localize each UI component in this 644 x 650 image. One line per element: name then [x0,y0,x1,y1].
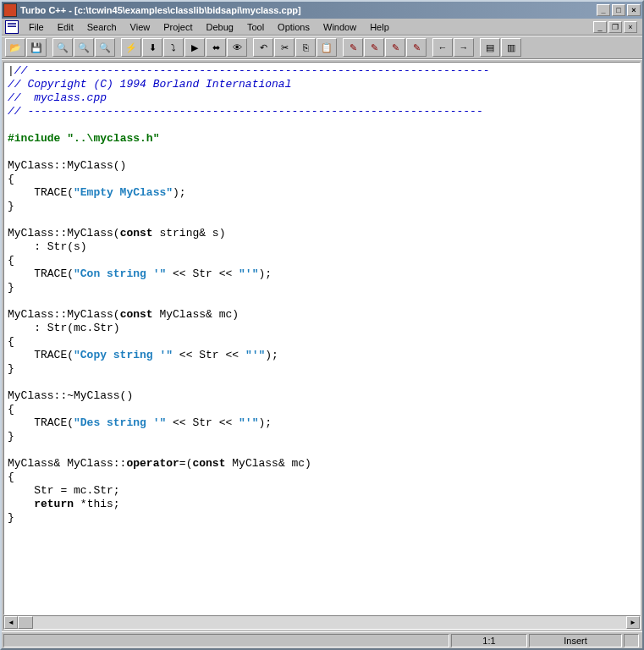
find-button[interactable]: 🔍 [52,38,73,57]
menubar: File Edit Search View Project Debug Tool… [2,19,642,36]
code-text: ); [265,349,278,361]
code-line: } [8,281,14,294]
menu-file[interactable]: File [22,20,51,34]
scroll-left-button[interactable]: ◄ [4,616,18,629]
toggle-bp-button[interactable]: ⬌ [206,38,226,57]
code-string: "Empty MyClass" [74,186,173,199]
code-string: "Con string '" [74,267,166,280]
code-text: << Str << [166,416,239,429]
code-line: // -------------------------------------… [14,64,490,77]
code-text: *this; [74,498,120,510]
app-icon [3,3,17,17]
run-button[interactable]: ⚡ [121,38,141,57]
code-line: MyClass::~MyClass() [8,389,133,402]
titlebar[interactable]: Turbo C++ - [c:\tcwin45\examples\classli… [2,2,642,19]
code-line: { [8,254,14,267]
rebuild-button[interactable]: ✎ [406,38,427,57]
code-line: } [8,511,14,524]
scroll-track[interactable] [33,616,626,629]
code-line: } [8,362,14,375]
arrow-right-button[interactable]: → [454,38,474,57]
trace-into-button[interactable]: ⤵ [163,38,184,57]
code-line: { [8,335,14,348]
code-text: ); [173,186,186,199]
menu-window[interactable]: Window [316,20,363,34]
code-kw: return [34,498,74,510]
code-editor[interactable]: |// ------------------------------------… [3,62,641,615]
code-line: : Str(s) [8,240,87,253]
code-line: #include [8,132,67,145]
code-string: "Copy string '" [74,349,173,361]
code-line: } [8,430,14,443]
watch-button[interactable]: 👁 [227,38,247,57]
code-line: TRACE( [8,267,74,280]
child-minimize-button[interactable]: _ [593,21,607,33]
doc-icon[interactable] [5,20,19,34]
h-scrollbar[interactable]: ◄ ► [3,615,641,630]
code-line: TRACE( [8,186,74,199]
tile-v-button[interactable]: ▥ [501,38,521,57]
maximize-button[interactable]: □ [612,4,625,16]
code-text: ); [258,416,272,429]
code-line: MyClass::MyClass( [8,227,120,240]
menu-help[interactable]: Help [363,20,396,34]
tile-h-button[interactable]: ▤ [480,38,500,57]
code-string: "'" [245,349,265,361]
menu-project[interactable]: Project [157,20,199,34]
undo-button[interactable]: ↶ [253,38,273,57]
statusbar: 1:1 Insert [2,631,642,648]
code-string: "..\myclass.h" [67,132,159,145]
code-line: // Copyright (C) 1994 Borland Internatio… [8,78,291,91]
code-text: << Str << [166,267,239,280]
status-message [3,634,449,647]
code-kw: const [192,457,225,470]
code-string: "'" [239,416,258,429]
code-string: "Des string '" [74,416,166,429]
paste-button[interactable]: 📋 [316,38,337,57]
open-button[interactable]: 📂 [5,38,25,57]
menu-options[interactable]: Options [271,20,316,34]
code-line: : Str(mc.Str) [8,322,120,334]
code-line: TRACE( [8,416,74,429]
child-restore-button[interactable]: ❐ [608,21,622,33]
code-text: =( [179,457,193,470]
menu-view[interactable]: View [124,20,157,34]
code-line: Str = mc.Str; [8,484,120,497]
scroll-thumb[interactable] [18,616,33,629]
menu-tool[interactable]: Tool [240,20,271,34]
code-line: { [8,173,14,185]
code-text: << Str << [173,349,245,361]
step-over-button[interactable]: ⬇ [142,38,162,57]
window-title: Turbo C++ - [c:\tcwin45\examples\classli… [20,5,597,15]
minimize-button[interactable]: _ [597,4,610,16]
menu-edit[interactable]: Edit [51,20,80,34]
code-line: // -------------------------------------… [8,105,483,118]
find-next-button[interactable]: 🔍 [74,38,94,57]
copy-button[interactable]: ⎘ [295,38,316,57]
compile-button[interactable]: ✎ [343,38,363,57]
code-line: MyClass::MyClass( [8,308,120,321]
status-cursor-pos: 1:1 [451,634,527,647]
editor-area: |// ------------------------------------… [2,59,642,631]
code-line: TRACE( [8,349,74,361]
status-grip [624,634,639,647]
make-button[interactable]: ✎ [364,38,384,57]
build-button[interactable]: ✎ [385,38,405,57]
menu-search[interactable]: Search [80,20,124,34]
code-line: MyClass::MyClass() [8,159,126,172]
save-button[interactable]: 💾 [26,38,47,57]
code-text: string& s) [153,227,226,240]
child-close-button[interactable]: × [624,21,637,33]
code-line: { [8,471,14,483]
scroll-right-button[interactable]: ► [626,616,640,629]
replace-button[interactable]: 🔍 [95,38,115,57]
code-line: { [8,403,14,416]
arrow-left-button[interactable]: ← [432,38,453,57]
app-window: Turbo C++ - [c:\tcwin45\examples\classli… [0,0,644,650]
run-to-button[interactable]: ▶ [184,38,205,57]
status-mode: Insert [529,634,622,647]
close-button[interactable]: × [627,4,641,16]
code-kw: const [120,227,153,240]
menu-debug[interactable]: Debug [199,20,239,34]
cut-button[interactable]: ✂ [274,38,294,57]
